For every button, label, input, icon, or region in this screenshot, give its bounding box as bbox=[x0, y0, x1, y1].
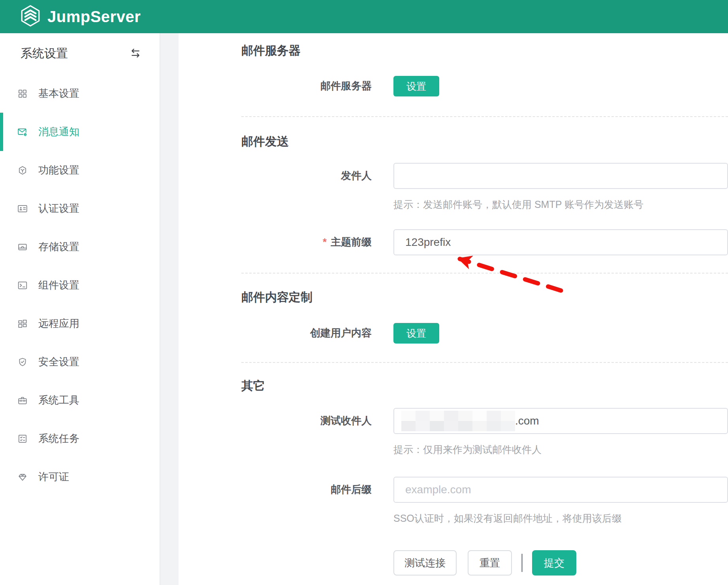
subject-prefix-input[interactable] bbox=[393, 229, 728, 255]
sender-row: 发件人 bbox=[241, 163, 728, 189]
sidebar-item-label: 消息通知 bbox=[38, 125, 79, 139]
section-divider bbox=[241, 116, 728, 117]
app-windows-icon bbox=[17, 319, 28, 329]
sidebar-item-basic-settings[interactable]: 基本设置 bbox=[0, 74, 160, 113]
section-title-mail-content: 邮件内容定制 bbox=[241, 289, 728, 306]
redacted-email-blur bbox=[401, 411, 515, 431]
sidebar-item-remote-app[interactable]: 远程应用 bbox=[0, 304, 160, 343]
email-suffix-input[interactable] bbox=[393, 477, 728, 503]
sidebar-item-system-tasks[interactable]: 系统任务 bbox=[0, 419, 160, 458]
sender-input[interactable] bbox=[393, 163, 728, 189]
sidebar-item-label: 组件设置 bbox=[38, 278, 79, 292]
test-recipient-label: 测试收件人 bbox=[241, 415, 372, 427]
brand-logo[interactable]: JumpServer bbox=[19, 4, 141, 29]
id-card-icon bbox=[17, 204, 28, 214]
sender-label: 发件人 bbox=[241, 170, 372, 182]
required-mark: * bbox=[323, 236, 327, 248]
submit-button[interactable]: 提交 bbox=[532, 550, 576, 576]
test-recipient-hint: 提示：仅用来作为测试邮件收件人 bbox=[393, 443, 728, 455]
swap-arrows-icon[interactable] bbox=[129, 47, 142, 60]
settings-form: 邮件服务器 邮件服务器 设置 邮件发送 发件人 提示：发送邮件账号，默认使用 S… bbox=[179, 33, 728, 585]
sidebar-title: 系统设置 bbox=[21, 43, 68, 64]
sidebar: 系统设置 基本设置 bbox=[0, 33, 160, 585]
task-list-icon bbox=[17, 434, 28, 444]
reset-button[interactable]: 重置 bbox=[468, 550, 512, 576]
test-recipient-row: 测试收件人 .com bbox=[241, 408, 728, 434]
brand-name: JumpServer bbox=[47, 9, 141, 25]
sidebar-item-system-tools[interactable]: 系统工具 bbox=[0, 381, 160, 419]
create-user-content-label: 创建用户内容 bbox=[241, 327, 372, 339]
app-header: JumpServer bbox=[0, 0, 728, 33]
sidebar-item-auth-settings[interactable]: 认证设置 bbox=[0, 189, 160, 228]
sidebar-item-component-settings[interactable]: 组件设置 bbox=[0, 266, 160, 304]
sidebar-item-label: 系统工具 bbox=[38, 393, 79, 407]
sidebar-header: 系统设置 bbox=[0, 33, 160, 64]
create-user-content-row: 创建用户内容 设置 bbox=[241, 323, 728, 343]
sidebar-item-label: 安全设置 bbox=[38, 355, 79, 369]
grid-icon bbox=[17, 89, 28, 99]
section-title-mail-send: 邮件发送 bbox=[241, 133, 728, 150]
sidebar-item-label: 认证设置 bbox=[38, 202, 79, 215]
mail-server-row: 邮件服务器 设置 bbox=[241, 76, 728, 96]
toolbox-icon bbox=[17, 395, 28, 406]
cube-icon bbox=[17, 165, 28, 176]
page-gutter bbox=[160, 33, 179, 585]
jumpserver-hexagon-icon bbox=[19, 4, 42, 29]
license-gem-icon bbox=[17, 472, 28, 482]
shield-check-icon bbox=[17, 357, 28, 367]
sidebar-item-storage-settings[interactable]: 存储设置 bbox=[0, 228, 160, 266]
test-recipient-input[interactable]: .com bbox=[393, 408, 728, 434]
subject-prefix-row: *主题前缀 bbox=[241, 229, 728, 255]
sidebar-item-security-settings[interactable]: 安全设置 bbox=[0, 343, 160, 381]
test-connection-button[interactable]: 测试连接 bbox=[393, 550, 457, 576]
sidebar-item-label: 存储设置 bbox=[38, 240, 79, 254]
sidebar-item-message-notification[interactable]: 消息通知 bbox=[0, 113, 160, 151]
actions-separator bbox=[521, 554, 523, 572]
section-title-other: 其它 bbox=[241, 377, 728, 394]
sidebar-item-license[interactable]: 许可证 bbox=[0, 458, 160, 496]
sidebar-item-label: 许可证 bbox=[38, 470, 69, 484]
email-suffix-row: 邮件后缀 bbox=[241, 477, 728, 503]
sidebar-menu: 基本设置 消息通知 bbox=[0, 74, 160, 496]
redacted-email-suffix: .com bbox=[515, 415, 539, 427]
sidebar-item-label: 基本设置 bbox=[38, 87, 79, 100]
sidebar-item-label: 功能设置 bbox=[38, 163, 79, 177]
sender-hint: 提示：发送邮件账号，默认使用 SMTP 账号作为发送账号 bbox=[393, 198, 728, 210]
create-user-content-setting-button[interactable]: 设置 bbox=[393, 323, 439, 343]
sidebar-item-feature-settings[interactable]: 功能设置 bbox=[0, 151, 160, 189]
storage-icon bbox=[17, 242, 28, 252]
section-divider bbox=[241, 362, 728, 363]
mail-server-setting-button[interactable]: 设置 bbox=[393, 76, 439, 96]
mail-server-label: 邮件服务器 bbox=[241, 80, 372, 92]
email-suffix-label: 邮件后缀 bbox=[241, 483, 372, 496]
email-suffix-hint: SSO认证时，如果没有返回邮件地址，将使用该后缀 bbox=[393, 512, 728, 524]
section-divider bbox=[241, 273, 728, 274]
sidebar-item-label: 系统任务 bbox=[38, 432, 79, 445]
mail-gear-icon bbox=[17, 127, 28, 137]
terminal-icon bbox=[17, 280, 28, 291]
section-title-mail-server: 邮件服务器 bbox=[241, 42, 728, 59]
form-actions: 测试连接 重置 提交 bbox=[393, 550, 728, 576]
page: JumpServer 系统设置 基本设置 bbox=[0, 0, 728, 585]
sidebar-item-label: 远程应用 bbox=[38, 317, 79, 330]
subject-prefix-label: *主题前缀 bbox=[241, 236, 372, 248]
